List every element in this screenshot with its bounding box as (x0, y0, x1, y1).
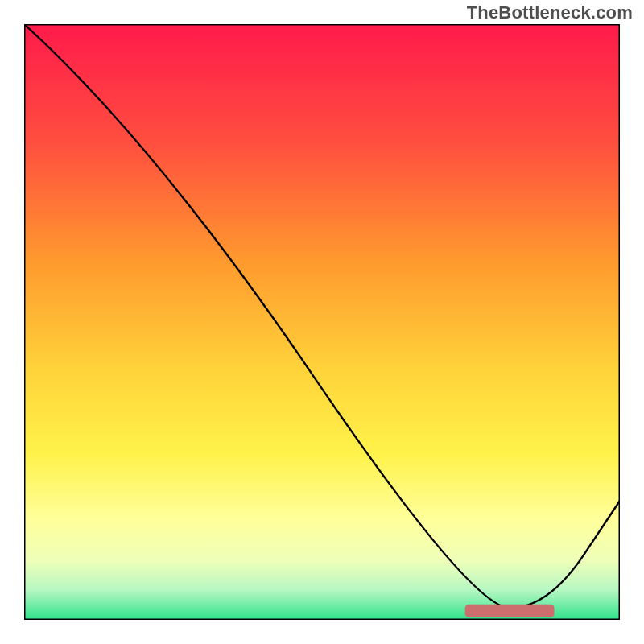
gradient-background (24, 24, 620, 620)
watermark-label: TheBottleneck.com (467, 2, 633, 23)
chart-container: TheBottleneck.com (0, 0, 644, 644)
chart-svg (24, 24, 620, 620)
plot-area (24, 24, 620, 620)
optimal-range-marker (465, 605, 555, 617)
